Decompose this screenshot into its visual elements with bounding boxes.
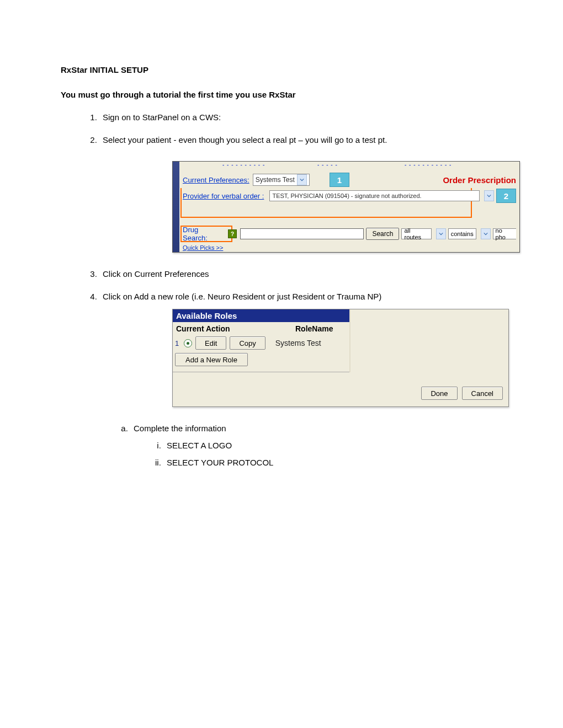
row-number: 1 <box>175 339 180 347</box>
drug-search-input[interactable] <box>240 228 364 239</box>
sidebar-stub <box>173 162 179 252</box>
provider-select[interactable]: TEST, PHYSICIAN (091504) - signature not… <box>269 190 480 201</box>
col-rolename: RoleName <box>295 324 333 333</box>
callout-1: 1 <box>330 173 349 187</box>
current-preferences-link[interactable]: Current Preferences: <box>183 176 249 184</box>
nopho-select[interactable]: no pho <box>493 228 516 239</box>
available-roles-header: Available Roles <box>173 309 349 322</box>
row-provider: Provider for verbal order : TEST, PHYSIC… <box>179 188 519 204</box>
row-drug-search: Drug Search: ? Search all routes contain… <box>179 226 519 242</box>
step-3: Click on Current Preferences <box>99 269 502 279</box>
page-subtitle: You must go through a tutorial the first… <box>61 90 502 99</box>
question-icon[interactable]: ? <box>228 229 237 238</box>
step-4a-i: SELECT A LOGO <box>163 441 502 450</box>
edit-button[interactable]: Edit <box>195 336 226 350</box>
copy-button[interactable]: Copy <box>230 336 265 350</box>
screenshot-preferences: - - - - - - - - - - - - - - - - - - - - … <box>172 161 520 253</box>
row-preferences: Current Preferences: Systems Test 1 Orde… <box>179 172 519 188</box>
col-current-action: Current Action <box>176 324 295 333</box>
routes-select[interactable]: all routes <box>401 228 431 239</box>
dialog-footer: Done Cancel <box>173 372 508 406</box>
columns-header: Current Action RoleName <box>173 322 349 335</box>
role-row: 1 Edit Copy Systems Test <box>173 335 349 351</box>
step-2-text: Select your patient - even though you se… <box>103 135 387 144</box>
chevron-down-icon[interactable] <box>484 190 494 201</box>
chevron-down-icon <box>297 174 307 185</box>
divider <box>173 372 349 372</box>
step-1: Sign on to StarPanel on a CWS: <box>99 113 502 122</box>
provider-label[interactable]: Provider for verbal order : <box>183 192 264 200</box>
step-3-text: Click on Current Preferences <box>103 269 209 279</box>
right-panel-empty <box>350 309 508 372</box>
steps-list: Sign on to StarPanel on a CWS: Select yo… <box>87 113 502 467</box>
add-role-row: Add a New Role <box>173 351 349 372</box>
chevron-down-icon[interactable] <box>436 228 446 239</box>
step-1-text: Sign on to StarPanel on a CWS: <box>103 113 221 122</box>
add-new-role-button[interactable]: Add a New Role <box>175 353 248 366</box>
search-button[interactable]: Search <box>366 228 399 240</box>
callout-2: 2 <box>496 189 516 203</box>
page-title: RxStar INITIAL SETUP <box>61 65 502 74</box>
contains-select[interactable]: contains <box>448 228 476 239</box>
role-name-value: Systems Test <box>275 339 321 347</box>
tabs-strip: - - - - - - - - - - - - - - - - - - - - … <box>179 162 519 172</box>
step-4a-sublist: SELECT A LOGO SELECT YOUR PROTOCOL <box>151 441 502 467</box>
document-page: RxStar INITIAL SETUP You must go through… <box>0 0 563 467</box>
step-2: Select your patient - even though you se… <box>99 135 502 253</box>
step-4a: Complete the information SELECT A LOGO S… <box>130 424 502 467</box>
step-4-text: Click on Add a new role (i.e. Neuro Resi… <box>103 292 381 301</box>
step-4a-ii: SELECT YOUR PROTOCOL <box>163 458 502 467</box>
step-4: Click on Add a new role (i.e. Neuro Resi… <box>99 292 502 467</box>
screenshot-available-roles: Available Roles Current Action RoleName … <box>172 309 509 407</box>
preferences-select-value: Systems Test <box>256 176 295 184</box>
order-prescription-label[interactable]: Order Prescription <box>443 175 516 185</box>
done-button[interactable]: Done <box>421 387 457 400</box>
role-radio[interactable] <box>184 339 192 347</box>
step-4a-text: Complete the information <box>134 424 226 433</box>
chevron-down-icon[interactable] <box>481 228 491 239</box>
preferences-select[interactable]: Systems Test <box>253 174 310 186</box>
provider-select-value: TEST, PHYSICIAN (091504) - signature not… <box>272 192 421 199</box>
drug-search-label: Drug Search: <box>183 226 225 242</box>
cancel-button[interactable]: Cancel <box>462 387 503 400</box>
quick-picks-link[interactable]: Quick Picks >> <box>183 244 223 251</box>
step-4-sublist: Complete the information SELECT A LOGO S… <box>118 424 502 467</box>
